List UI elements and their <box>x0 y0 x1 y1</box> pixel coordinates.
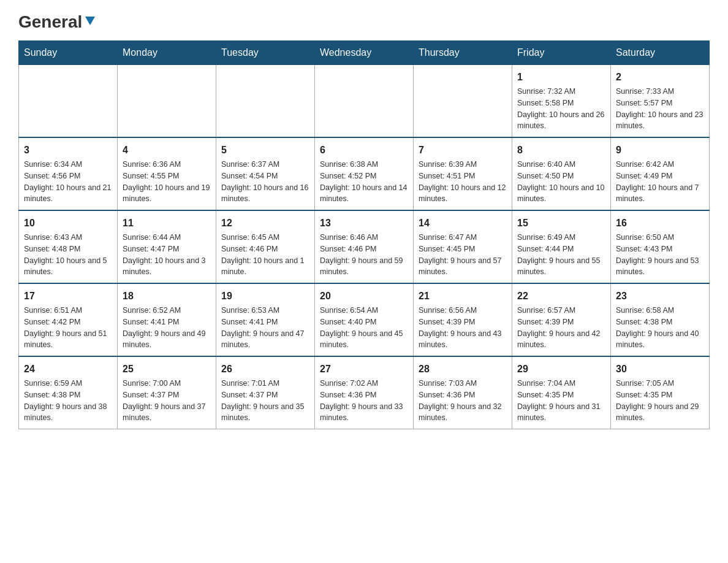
col-thursday: Thursday <box>414 41 512 65</box>
table-cell: 13Sunrise: 6:46 AMSunset: 4:46 PMDayligh… <box>315 210 414 283</box>
day-info: Sunrise: 6:57 AMSunset: 4:39 PMDaylight:… <box>517 305 605 351</box>
svg-marker-0 <box>85 17 95 25</box>
table-cell: 17Sunrise: 6:51 AMSunset: 4:42 PMDayligh… <box>19 283 118 356</box>
day-info: Sunrise: 6:47 AMSunset: 4:45 PMDaylight:… <box>419 232 507 278</box>
col-saturday: Saturday <box>611 41 710 65</box>
day-number: 26 <box>221 362 309 377</box>
day-number: 17 <box>24 289 112 304</box>
logo-general: General <box>18 12 82 32</box>
day-number: 9 <box>616 143 704 158</box>
table-cell: 4Sunrise: 6:36 AMSunset: 4:55 PMDaylight… <box>118 137 216 210</box>
day-info: Sunrise: 6:58 AMSunset: 4:38 PMDaylight:… <box>616 305 704 351</box>
day-number: 8 <box>517 143 605 158</box>
day-info: Sunrise: 6:49 AMSunset: 4:44 PMDaylight:… <box>517 232 605 278</box>
day-info: Sunrise: 6:38 AMSunset: 4:52 PMDaylight:… <box>320 159 408 205</box>
day-info: Sunrise: 6:50 AMSunset: 4:43 PMDaylight:… <box>616 232 704 278</box>
table-cell: 5Sunrise: 6:37 AMSunset: 4:54 PMDaylight… <box>216 137 315 210</box>
day-number: 14 <box>419 216 507 231</box>
col-sunday: Sunday <box>19 41 118 65</box>
table-cell: 26Sunrise: 7:01 AMSunset: 4:37 PMDayligh… <box>216 356 315 429</box>
day-number: 22 <box>517 289 605 304</box>
day-info: Sunrise: 6:45 AMSunset: 4:46 PMDaylight:… <box>221 232 309 278</box>
day-info: Sunrise: 6:56 AMSunset: 4:39 PMDaylight:… <box>419 305 507 351</box>
table-cell <box>216 65 315 138</box>
day-info: Sunrise: 7:02 AMSunset: 4:36 PMDaylight:… <box>320 378 408 424</box>
day-info: Sunrise: 7:05 AMSunset: 4:35 PMDaylight:… <box>616 378 704 424</box>
table-cell: 6Sunrise: 6:38 AMSunset: 4:52 PMDaylight… <box>315 137 414 210</box>
day-number: 19 <box>221 289 309 304</box>
col-tuesday: Tuesday <box>216 41 315 65</box>
day-number: 18 <box>123 289 211 304</box>
day-number: 29 <box>517 362 605 377</box>
day-info: Sunrise: 6:43 AMSunset: 4:48 PMDaylight:… <box>24 232 112 278</box>
day-info: Sunrise: 6:36 AMSunset: 4:55 PMDaylight:… <box>123 159 211 205</box>
day-number: 24 <box>24 362 112 377</box>
day-info: Sunrise: 6:51 AMSunset: 4:42 PMDaylight:… <box>24 305 112 351</box>
calendar-week-1: 1Sunrise: 7:32 AMSunset: 5:58 PMDaylight… <box>19 65 710 138</box>
day-number: 6 <box>320 143 408 158</box>
day-info: Sunrise: 6:44 AMSunset: 4:47 PMDaylight:… <box>123 232 211 278</box>
col-monday: Monday <box>118 41 216 65</box>
day-info: Sunrise: 6:46 AMSunset: 4:46 PMDaylight:… <box>320 232 408 278</box>
day-number: 20 <box>320 289 408 304</box>
logo: General <box>18 12 97 28</box>
day-number: 11 <box>123 216 211 231</box>
calendar-week-4: 17Sunrise: 6:51 AMSunset: 4:42 PMDayligh… <box>19 283 710 356</box>
table-cell: 28Sunrise: 7:03 AMSunset: 4:36 PMDayligh… <box>414 356 512 429</box>
logo-triangle-icon <box>83 14 97 28</box>
day-number: 5 <box>221 143 309 158</box>
table-cell: 3Sunrise: 6:34 AMSunset: 4:56 PMDaylight… <box>19 137 118 210</box>
table-cell <box>414 65 512 138</box>
day-info: Sunrise: 7:04 AMSunset: 4:35 PMDaylight:… <box>517 378 605 424</box>
day-info: Sunrise: 6:42 AMSunset: 4:49 PMDaylight:… <box>616 159 704 205</box>
day-info: Sunrise: 6:40 AMSunset: 4:50 PMDaylight:… <box>517 159 605 205</box>
table-cell: 21Sunrise: 6:56 AMSunset: 4:39 PMDayligh… <box>414 283 512 356</box>
table-cell <box>118 65 216 138</box>
table-cell: 12Sunrise: 6:45 AMSunset: 4:46 PMDayligh… <box>216 210 315 283</box>
calendar-week-2: 3Sunrise: 6:34 AMSunset: 4:56 PMDaylight… <box>19 137 710 210</box>
table-cell: 30Sunrise: 7:05 AMSunset: 4:35 PMDayligh… <box>611 356 710 429</box>
day-info: Sunrise: 6:34 AMSunset: 4:56 PMDaylight:… <box>24 159 112 205</box>
day-info: Sunrise: 7:33 AMSunset: 5:57 PMDaylight:… <box>616 86 704 132</box>
day-info: Sunrise: 6:37 AMSunset: 4:54 PMDaylight:… <box>221 159 309 205</box>
table-cell: 24Sunrise: 6:59 AMSunset: 4:38 PMDayligh… <box>19 356 118 429</box>
day-number: 27 <box>320 362 408 377</box>
table-cell: 18Sunrise: 6:52 AMSunset: 4:41 PMDayligh… <box>118 283 216 356</box>
day-info: Sunrise: 6:59 AMSunset: 4:38 PMDaylight:… <box>24 378 112 424</box>
table-cell: 19Sunrise: 6:53 AMSunset: 4:41 PMDayligh… <box>216 283 315 356</box>
table-cell: 27Sunrise: 7:02 AMSunset: 4:36 PMDayligh… <box>315 356 414 429</box>
day-number: 28 <box>419 362 507 377</box>
calendar-week-3: 10Sunrise: 6:43 AMSunset: 4:48 PMDayligh… <box>19 210 710 283</box>
day-number: 4 <box>123 143 211 158</box>
table-cell: 25Sunrise: 7:00 AMSunset: 4:37 PMDayligh… <box>118 356 216 429</box>
day-number: 12 <box>221 216 309 231</box>
day-number: 23 <box>616 289 704 304</box>
table-cell: 23Sunrise: 6:58 AMSunset: 4:38 PMDayligh… <box>611 283 710 356</box>
day-info: Sunrise: 7:32 AMSunset: 5:58 PMDaylight:… <box>517 86 605 132</box>
table-cell: 22Sunrise: 6:57 AMSunset: 4:39 PMDayligh… <box>512 283 611 356</box>
col-wednesday: Wednesday <box>315 41 414 65</box>
day-number: 7 <box>419 143 507 158</box>
table-cell <box>315 65 414 138</box>
table-cell: 11Sunrise: 6:44 AMSunset: 4:47 PMDayligh… <box>118 210 216 283</box>
day-number: 3 <box>24 143 112 158</box>
table-cell: 20Sunrise: 6:54 AMSunset: 4:40 PMDayligh… <box>315 283 414 356</box>
day-number: 16 <box>616 216 704 231</box>
day-number: 21 <box>419 289 507 304</box>
day-number: 30 <box>616 362 704 377</box>
table-cell: 8Sunrise: 6:40 AMSunset: 4:50 PMDaylight… <box>512 137 611 210</box>
day-number: 13 <box>320 216 408 231</box>
col-friday: Friday <box>512 41 611 65</box>
day-info: Sunrise: 6:52 AMSunset: 4:41 PMDaylight:… <box>123 305 211 351</box>
table-cell: 15Sunrise: 6:49 AMSunset: 4:44 PMDayligh… <box>512 210 611 283</box>
day-number: 15 <box>517 216 605 231</box>
calendar-table: Sunday Monday Tuesday Wednesday Thursday… <box>18 40 710 429</box>
day-number: 1 <box>517 70 605 85</box>
day-info: Sunrise: 6:53 AMSunset: 4:41 PMDaylight:… <box>221 305 309 351</box>
table-cell: 7Sunrise: 6:39 AMSunset: 4:51 PMDaylight… <box>414 137 512 210</box>
calendar-week-5: 24Sunrise: 6:59 AMSunset: 4:38 PMDayligh… <box>19 356 710 429</box>
table-cell: 16Sunrise: 6:50 AMSunset: 4:43 PMDayligh… <box>611 210 710 283</box>
day-info: Sunrise: 7:03 AMSunset: 4:36 PMDaylight:… <box>419 378 507 424</box>
day-info: Sunrise: 6:39 AMSunset: 4:51 PMDaylight:… <box>419 159 507 205</box>
page-header: General <box>18 12 710 28</box>
